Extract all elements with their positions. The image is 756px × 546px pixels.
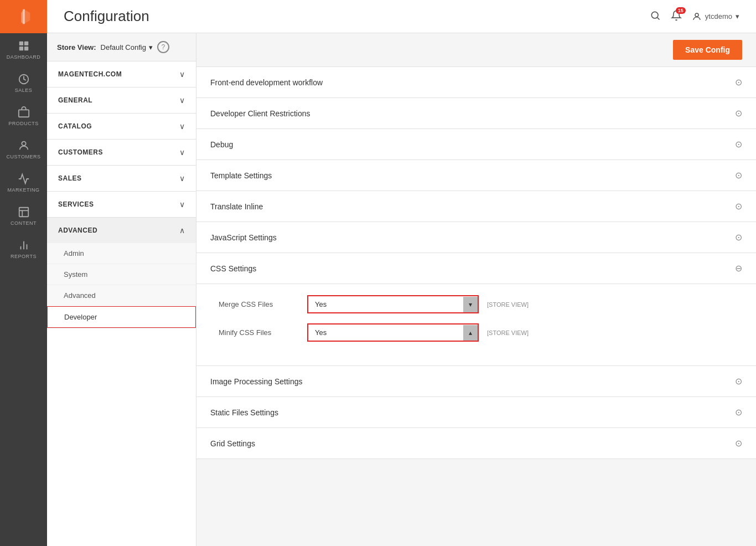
config-sub-item-advanced[interactable]: Advanced <box>47 285 196 306</box>
store-view-bar: Store View: Default Config ▾ ? <box>47 33 196 61</box>
minify-css-store-view-tag: [STORE VIEW] <box>487 329 529 336</box>
config-row-static[interactable]: Static Files Settings ⊙ <box>196 397 756 428</box>
config-section-sales-header[interactable]: SALES ∨ <box>47 166 196 191</box>
static-title: Static Files Settings <box>210 408 278 417</box>
chevron-up-icon: ∧ <box>179 226 185 235</box>
config-section-customers-title: CUSTOMERS <box>58 148 103 156</box>
static-chevron: ⊙ <box>735 407 742 418</box>
sidebar-item-content[interactable]: CONTENT <box>0 199 47 233</box>
config-section-catalog: CATALOG ∨ <box>47 114 196 140</box>
notifications-badge: 15 <box>676 7 686 14</box>
javascript-title: JavaScript Settings <box>210 233 277 242</box>
minify-css-dropdown-button[interactable]: ▴ <box>463 325 478 341</box>
content-area: Store View: Default Config ▾ ? MAGENTECH… <box>47 33 756 546</box>
config-section-magentech-title: MAGENTECH.COM <box>58 70 122 78</box>
sidebar-item-products[interactable]: PRODUCTS <box>0 100 47 133</box>
dev-client-title: Developer Client Restrictions <box>210 109 310 118</box>
config-section-general-header[interactable]: GENERAL ∨ <box>47 87 196 113</box>
sidebar-reports-label: REPORTS <box>11 254 37 259</box>
merge-css-control: Yes ▾ <box>307 295 479 313</box>
css-title: CSS Settings <box>210 264 256 273</box>
config-section-services-title: SERVICES <box>58 200 94 208</box>
svg-rect-11 <box>19 208 28 217</box>
svg-line-18 <box>657 17 660 19</box>
sidebar-content-label: CONTENT <box>11 220 37 226</box>
sidebar-sales-label: SALES <box>15 87 33 93</box>
store-view-value: Default Config <box>101 43 146 51</box>
minify-css-label: Minify CSS Files <box>219 328 307 337</box>
merge-css-value: Yes <box>308 296 463 312</box>
left-sidebar: DASHBOARD SALES PRODUCTS CUSTOMERS MARKE… <box>0 0 47 546</box>
merge-css-row: Merge CSS Files Yes ▾ [STORE VIEW] <box>219 295 734 313</box>
top-header: Configuration 15 ytcdemo ▾ <box>47 0 756 33</box>
config-section-catalog-header[interactable]: CATALOG ∨ <box>47 114 196 139</box>
config-section-advanced-header[interactable]: ADVANCED ∧ <box>47 218 196 243</box>
sidebar-item-sales[interactable]: SALES <box>0 66 47 100</box>
marketing-icon <box>18 173 30 185</box>
customers-icon <box>18 140 30 152</box>
svg-point-17 <box>651 12 658 18</box>
config-row-template[interactable]: Template Settings ⊙ <box>196 160 756 191</box>
chevron-down-icon: ∨ <box>179 122 185 131</box>
config-section-catalog-title: CATALOG <box>58 122 92 130</box>
template-title: Template Settings <box>210 171 272 180</box>
config-section-services-header[interactable]: SERVICES ∨ <box>47 192 196 217</box>
help-icon[interactable]: ? <box>157 41 169 53</box>
chevron-down-icon: ∨ <box>179 148 185 157</box>
config-row-debug[interactable]: Debug ⊙ <box>196 129 756 160</box>
debug-title: Debug <box>210 140 233 149</box>
svg-rect-3 <box>23 9 25 24</box>
config-row-image[interactable]: Image Processing Settings ⊙ <box>196 366 756 397</box>
translate-chevron: ⊙ <box>735 201 742 212</box>
sales-icon <box>18 73 30 85</box>
sidebar-marketing-label: MARKETING <box>7 187 39 193</box>
css-chevron-up: ⊖ <box>735 263 742 274</box>
search-icon[interactable] <box>650 10 661 23</box>
config-row-dev-client[interactable]: Developer Client Restrictions ⊙ <box>196 98 756 129</box>
store-view-label: Store View: <box>57 43 96 51</box>
config-section-advanced-title: ADVANCED <box>58 226 97 234</box>
sidebar-item-marketing[interactable]: MARKETING <box>0 166 47 199</box>
config-sub-item-developer[interactable]: Developer <box>47 306 196 328</box>
user-menu[interactable]: ytcdemo ▾ <box>692 12 739 22</box>
config-section-advanced: ADVANCED ∧ Admin System Advanced Develop… <box>47 218 196 328</box>
sidebar-logo <box>0 0 47 33</box>
merge-css-dropdown-button[interactable]: ▾ <box>463 297 478 312</box>
merge-css-store-view-tag: [STORE VIEW] <box>487 301 529 308</box>
config-row-grid[interactable]: Grid Settings ⊙ <box>196 428 756 459</box>
sidebar-item-dashboard[interactable]: DASHBOARD <box>0 33 47 66</box>
config-sub-item-system[interactable]: System <box>47 264 196 285</box>
debug-chevron: ⊙ <box>735 139 742 150</box>
config-section-magentech-header[interactable]: MAGENTECH.COM ∨ <box>47 61 196 87</box>
minify-css-value: Yes <box>308 324 463 341</box>
frontend-dev-title: Front-end development workflow <box>210 78 323 87</box>
store-view-dropdown[interactable]: Default Config ▾ <box>101 43 153 51</box>
svg-rect-6 <box>19 47 23 50</box>
config-row-frontend-dev[interactable]: Front-end development workflow ⊙ <box>196 67 756 98</box>
config-section-general: GENERAL ∨ <box>47 87 196 114</box>
username-label: ytcdemo <box>705 12 732 20</box>
config-sections-scroll: Front-end development workflow ⊙ Develop… <box>196 67 756 546</box>
sidebar-item-reports[interactable]: REPORTS <box>0 233 47 266</box>
config-section-sales: SALES ∨ <box>47 166 196 192</box>
notifications-button[interactable]: 15 <box>671 10 682 23</box>
config-sub-item-admin[interactable]: Admin <box>47 243 196 264</box>
store-view-left: Store View: Default Config ▾ ? <box>57 41 169 53</box>
products-icon <box>18 106 30 119</box>
svg-rect-4 <box>19 42 23 45</box>
config-section-customers-header[interactable]: CUSTOMERS ∨ <box>47 140 196 165</box>
dashboard-icon <box>18 40 30 52</box>
advanced-sub-items: Admin System Advanced Developer <box>47 243 196 328</box>
config-main: Save Config Front-end development workfl… <box>196 33 756 546</box>
config-row-javascript[interactable]: JavaScript Settings ⊙ <box>196 222 756 253</box>
svg-rect-7 <box>24 47 28 50</box>
config-row-css[interactable]: CSS Settings ⊖ <box>196 253 756 284</box>
grid-chevron: ⊙ <box>735 438 742 449</box>
translate-title: Translate Inline <box>210 202 263 211</box>
css-settings-body: Merge CSS Files Yes ▾ [STORE VIEW] Minif… <box>196 284 756 366</box>
config-row-translate[interactable]: Translate Inline ⊙ <box>196 191 756 222</box>
magento-logo-icon <box>13 6 34 27</box>
user-dropdown-arrow: ▾ <box>736 12 739 20</box>
sidebar-item-customers[interactable]: CUSTOMERS <box>0 133 47 166</box>
save-config-button[interactable]: Save Config <box>673 40 742 60</box>
